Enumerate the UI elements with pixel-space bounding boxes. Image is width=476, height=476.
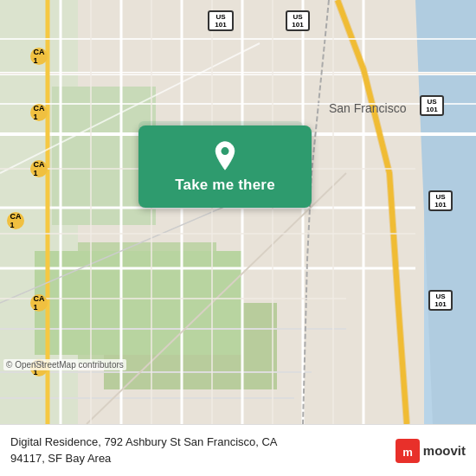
highway-badge-ca1-1: CA1: [30, 48, 48, 65]
copyright-text: © OpenStreetMap contributors: [3, 359, 126, 370]
bottom-bar: Digital Residence, 792 Ashbury St San Fr…: [0, 424, 476, 476]
cta-button-container: Take me there: [138, 125, 312, 208]
city-label: San Francisco: [329, 101, 407, 115]
highway-badge-ca1-4: CA1: [7, 212, 24, 229]
cta-label: Take me there: [175, 177, 275, 194]
take-me-there-button[interactable]: Take me there: [138, 125, 312, 208]
address-text: Digital Residence, 792 Ashbury St San Fr…: [10, 434, 387, 466]
highway-badge-ca1-5: CA1: [30, 294, 48, 312]
moovit-logo: m moovit: [396, 439, 466, 463]
highway-badge-us101-mid: US101: [420, 95, 444, 116]
svg-text:m: m: [402, 445, 413, 458]
pin-icon: [209, 140, 241, 171]
highway-badge-us101-right-top: US101: [286, 10, 310, 31]
highway-badge-ca1-3: CA1: [30, 160, 48, 177]
map-container: San Francisco US101 US101 US101 US101 US…: [0, 0, 476, 424]
highway-badge-ca1-2: CA1: [30, 104, 48, 121]
moovit-logo-icon: m: [396, 439, 420, 463]
highway-badge-us101-lower: US101: [428, 190, 453, 211]
svg-point-36: [222, 147, 229, 155]
moovit-logo-text: moovit: [423, 443, 466, 458]
highway-badge-us101-bottom: US101: [428, 290, 453, 311]
highway-badge-us101-top: US101: [208, 10, 234, 31]
